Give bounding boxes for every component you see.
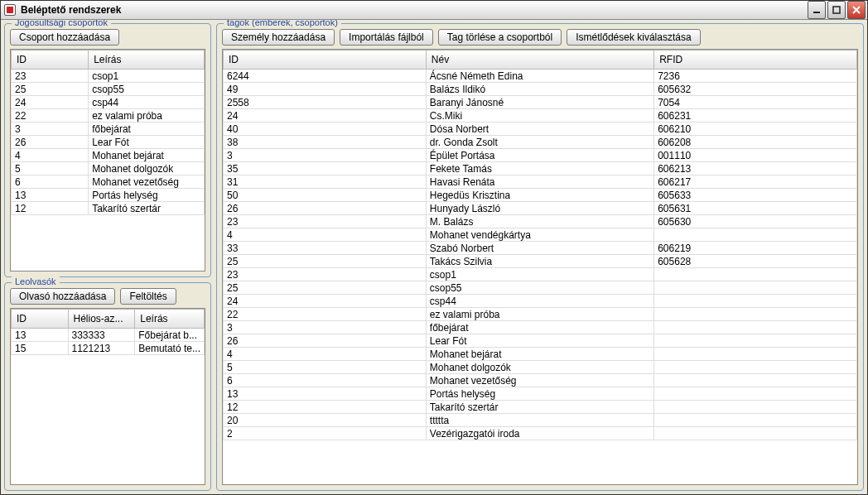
table-row[interactable]: 6244Ácsné Németh Edina7236 — [224, 70, 857, 83]
cell-rfid: 606231 — [654, 109, 857, 123]
cell-name: Mohanet bejárat — [426, 348, 653, 361]
table-row[interactable]: 6Mohanet vezetőség — [224, 374, 857, 387]
cell-id: 6244 — [224, 70, 427, 83]
table-row[interactable]: 23M. Balázs605630 — [224, 215, 857, 228]
cell-id: 15 — [12, 342, 69, 355]
cell-rfid — [654, 387, 857, 401]
readers-col-helios[interactable]: Hélios-az... — [68, 310, 135, 329]
table-row[interactable]: 25csop55 — [224, 281, 857, 295]
cell-name: Portás helység — [426, 387, 653, 401]
table-row[interactable]: 13Portás helység — [224, 387, 857, 401]
table-row[interactable]: 20ttttta — [224, 414, 857, 427]
table-row[interactable]: 4Mohanet vendégkártya — [224, 228, 857, 242]
readers-panel: Leolvasók Olvasó hozzáadása Feltöltés ID… — [4, 282, 211, 491]
window-controls — [808, 1, 867, 19]
table-row[interactable]: 35Fekete Tamás606213 — [224, 162, 857, 175]
table-row[interactable]: 6Mohanet vezetőség — [12, 175, 205, 189]
cell-name: Cs.Miki — [426, 109, 653, 123]
table-row[interactable]: 3Épület Portása001110 — [224, 149, 857, 162]
cell-rfid — [654, 308, 857, 321]
cell-id: 26 — [224, 202, 427, 215]
table-row[interactable]: 151121213Bemutató te... — [12, 342, 205, 355]
table-row[interactable]: 50Hegedüs Krisztina605633 — [224, 189, 857, 202]
upload-button[interactable]: Feltöltés — [120, 288, 176, 305]
table-row[interactable]: 26Lear Fót — [224, 334, 857, 348]
table-row[interactable]: 25csop55 — [12, 83, 205, 96]
cell-rfid — [654, 374, 857, 387]
table-row[interactable]: 24csp44 — [224, 295, 857, 308]
table-row[interactable]: 12Takarító szertár — [12, 202, 205, 215]
cell-name: Hegedüs Krisztina — [426, 189, 653, 202]
cell-id: 33 — [224, 242, 427, 255]
groups-table-wrap[interactable]: ID Leírás 23csop125csop5524csp4422ez val… — [10, 49, 205, 272]
table-row[interactable]: 31Havasi Renáta606217 — [224, 175, 857, 189]
minimize-button[interactable] — [808, 1, 826, 19]
members-col-id[interactable]: ID — [224, 50, 427, 70]
cell-rfid: 606219 — [654, 242, 857, 255]
select-duplicates-button[interactable]: Ismétlődések kiválasztása — [567, 29, 700, 46]
titlebar: Beléptető rendszerek — [1, 1, 867, 20]
cell-desc: Bemutató te... — [135, 342, 205, 355]
cell-id: 40 — [224, 123, 427, 136]
table-row[interactable]: 24Cs.Miki606231 — [224, 109, 857, 123]
cell-name: Takarító szertár — [426, 401, 653, 414]
table-row[interactable]: 3főbejárat — [224, 321, 857, 334]
add-person-button[interactable]: Személy hozzáadása — [222, 29, 335, 46]
cell-name: ez valami próba — [426, 308, 653, 321]
table-row[interactable]: 13333333Főbejárat b... — [12, 329, 205, 342]
table-row[interactable]: 23csop1 — [224, 268, 857, 281]
table-row[interactable]: 2558Baranyi Jánosné7054 — [224, 96, 857, 109]
cell-id: 23 — [224, 215, 427, 228]
table-row[interactable]: 23csop1 — [12, 70, 205, 83]
close-button[interactable] — [847, 1, 866, 19]
readers-legend: Leolvasók — [12, 276, 60, 286]
window-title: Beléptető rendszerek — [21, 4, 121, 16]
table-row[interactable]: 12Takarító szertár — [224, 401, 857, 414]
table-row[interactable]: 2Vezérigazgatói iroda — [224, 427, 857, 440]
groups-table: ID Leírás 23csop125csop5524csp4422ez val… — [11, 50, 205, 215]
content-area: Jogosultsági csoportok Csoport hozzáadás… — [1, 20, 867, 494]
add-reader-button[interactable]: Olvasó hozzáadása — [10, 288, 115, 305]
table-row[interactable]: 4Mohanet bejárat — [224, 348, 857, 361]
cell-rfid — [654, 321, 857, 334]
table-row[interactable]: 26Hunyady László605631 — [224, 202, 857, 215]
table-row[interactable]: 4Mohanet bejárat — [12, 149, 205, 162]
table-row[interactable]: 40Dósa Norbert606210 — [224, 123, 857, 136]
maximize-button[interactable] — [827, 1, 846, 19]
members-col-name[interactable]: Név — [426, 50, 653, 70]
table-row[interactable]: 5Mohanet dolgozók — [224, 361, 857, 374]
cell-id: 2558 — [224, 96, 427, 109]
cell-desc: ez valami próba — [89, 109, 205, 123]
table-row[interactable]: 22ez valami próba — [12, 109, 205, 123]
cell-name: Mohanet vendégkártya — [426, 228, 653, 242]
members-table-wrap[interactable]: ID Név RFID 6244Ácsné Németh Edina723649… — [222, 49, 858, 485]
members-col-rfid[interactable]: RFID — [654, 50, 857, 70]
readers-col-desc[interactable]: Leírás — [135, 310, 205, 329]
readers-col-id[interactable]: ID — [12, 310, 69, 329]
groups-col-desc[interactable]: Leírás — [89, 50, 205, 70]
import-file-button[interactable]: Importálás fájlból — [340, 29, 433, 46]
table-row[interactable]: 33Szabó Norbert606219 — [224, 242, 857, 255]
add-group-button[interactable]: Csoport hozzáadása — [10, 29, 119, 46]
cell-name: Hunyady László — [426, 202, 653, 215]
cell-id: 26 — [224, 334, 427, 348]
table-row[interactable]: 13Portás helység — [12, 189, 205, 202]
table-row[interactable]: 25Takács Szilvia605628 — [224, 255, 857, 268]
table-row[interactable]: 26Lear Fót — [12, 136, 205, 149]
cell-rfid: 7054 — [654, 96, 857, 109]
table-row[interactable]: 24csp44 — [12, 96, 205, 109]
cell-rfid — [654, 281, 857, 295]
cell-id: 2 — [224, 427, 427, 440]
table-row[interactable]: 49Balázs Ildikó605632 — [224, 83, 857, 96]
delete-member-button[interactable]: Tag törlése a csoportból — [438, 29, 562, 46]
table-row[interactable]: 38dr. Gonda Zsolt606208 — [224, 136, 857, 149]
table-row[interactable]: 3főbejárat — [12, 123, 205, 136]
groups-col-id[interactable]: ID — [12, 50, 89, 70]
table-row[interactable]: 22ez valami próba — [224, 308, 857, 321]
table-row[interactable]: 5Mohanet dolgozók — [12, 162, 205, 175]
cell-rfid: 606213 — [654, 162, 857, 175]
readers-table-wrap[interactable]: ID Hélios-az... Leírás 13333333Főbejárat… — [10, 308, 205, 485]
cell-desc: Mohanet dolgozók — [89, 162, 205, 175]
cell-id: 3 — [12, 123, 89, 136]
cell-name: főbejárat — [426, 321, 653, 334]
